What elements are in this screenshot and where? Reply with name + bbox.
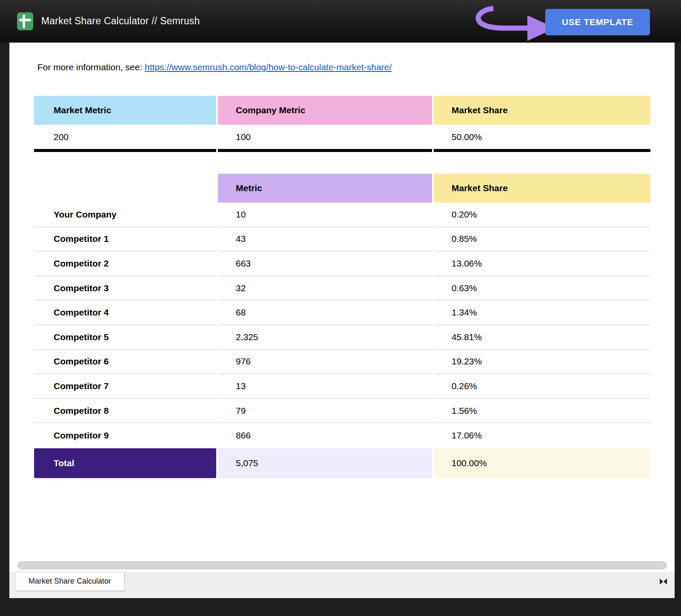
table-row: Competitor 4 68 1.34% xyxy=(34,301,650,325)
row-label: Competitor 6 xyxy=(34,350,216,375)
cell-market-metric-value: 200 xyxy=(34,125,216,152)
row-metric-value: 976 xyxy=(218,350,432,375)
row-metric-value: 10 xyxy=(218,203,432,227)
row-metric-value: 32 xyxy=(218,276,432,301)
table-row: Competitor 6 976 19.23% xyxy=(34,350,650,375)
row-share-value: 45.81% xyxy=(434,325,650,350)
row-share-value: 19.23% xyxy=(434,350,650,375)
info-line: For more information, see: https://www.s… xyxy=(37,62,392,72)
competitor-rows: Your Company 10 0.20% Competitor 1 43 0.… xyxy=(34,203,650,448)
total-label-cell: Total xyxy=(34,448,216,478)
horizontal-scrollbar[interactable] xyxy=(17,561,667,570)
row-metric-value: 68 xyxy=(218,301,432,325)
table-row: Competitor 9 866 17.06% xyxy=(34,423,650,448)
row-share-value: 0.63% xyxy=(434,276,650,301)
row-metric-value: 2,325 xyxy=(218,325,432,350)
document-title: Market Share Calculator // Semrush xyxy=(41,15,200,27)
row-share-value: 13.06% xyxy=(434,252,650,276)
total-metric-cell: 5,075 xyxy=(218,448,432,478)
info-prefix: For more information, see: xyxy=(37,62,145,72)
row-metric-value: 866 xyxy=(218,423,432,448)
row-label: Competitor 9 xyxy=(34,423,216,448)
table-row: Competitor 8 79 1.56% xyxy=(34,399,650,424)
sheet-tab-bar: Market Share Calculator xyxy=(9,572,675,598)
use-template-button[interactable]: USE TEMPLATE xyxy=(545,9,650,35)
row-label: Competitor 1 xyxy=(34,227,216,252)
header-empty xyxy=(34,174,216,203)
row-label: Competitor 5 xyxy=(34,325,216,350)
row-label: Your Company xyxy=(34,203,216,227)
row-metric-value: 43 xyxy=(218,227,432,252)
summary-header-row: Market Metric Company Metric Market Shar… xyxy=(34,96,650,125)
expand-icon[interactable] xyxy=(660,579,667,584)
cell-company-metric-value: 100 xyxy=(218,125,432,152)
row-share-value: 1.34% xyxy=(434,301,650,325)
top-bar: Market Share Calculator // Semrush USE T… xyxy=(0,0,681,43)
table-row: Competitor 3 32 0.63% xyxy=(34,276,650,301)
header-metric: Metric xyxy=(218,174,432,203)
competitors-header-row: Metric Market Share xyxy=(34,174,650,203)
row-metric-value: 663 xyxy=(218,252,432,276)
spreadsheet-canvas: For more information, see: https://www.s… xyxy=(9,43,675,598)
summary-value-row: 200 100 50.00% xyxy=(34,125,650,152)
row-share-value: 17.06% xyxy=(434,423,650,448)
row-metric-value: 13 xyxy=(218,374,432,399)
table-row: Competitor 2 663 13.06% xyxy=(34,252,650,276)
row-label: Competitor 7 xyxy=(34,374,216,399)
summary-table: Market Metric Company Metric Market Shar… xyxy=(34,96,650,152)
row-label: Competitor 4 xyxy=(34,301,216,325)
row-label: Competitor 8 xyxy=(34,399,216,424)
row-share-value: 0.85% xyxy=(434,227,650,252)
total-row: Total 5,075 100.00% xyxy=(34,448,650,478)
header-market-share: Market Share xyxy=(434,96,650,125)
table-row: Competitor 1 43 0.85% xyxy=(34,227,650,252)
table-row: Your Company 10 0.20% xyxy=(34,203,650,227)
row-label: Competitor 3 xyxy=(34,276,216,301)
row-metric-value: 79 xyxy=(218,399,432,424)
sheet-tab-market-share-calculator[interactable]: Market Share Calculator xyxy=(15,572,125,591)
row-share-value: 1.56% xyxy=(434,399,650,424)
cell-market-share-value: 50.00% xyxy=(434,125,650,152)
header-market-share-2: Market Share xyxy=(434,174,650,203)
table-row: Competitor 5 2,325 45.81% xyxy=(34,325,650,350)
row-share-value: 0.20% xyxy=(434,203,650,227)
table-row: Competitor 7 13 0.26% xyxy=(34,374,650,399)
blog-link[interactable]: https://www.semrush.com/blog/how-to-calc… xyxy=(145,62,392,72)
competitors-table: Metric Market Share Your Company 10 0.20… xyxy=(34,174,650,478)
total-share-cell: 100.00% xyxy=(434,448,650,478)
sheets-icon-vertical-bar xyxy=(23,14,25,28)
sheets-icon-horizontal-bar xyxy=(19,19,31,21)
sheets-app-icon xyxy=(17,12,33,30)
header-company-metric: Company Metric xyxy=(218,96,432,125)
header-market-metric: Market Metric xyxy=(34,96,216,125)
curved-arrow-icon xyxy=(466,3,558,44)
row-share-value: 0.26% xyxy=(434,374,650,399)
row-label: Competitor 2 xyxy=(34,252,216,276)
